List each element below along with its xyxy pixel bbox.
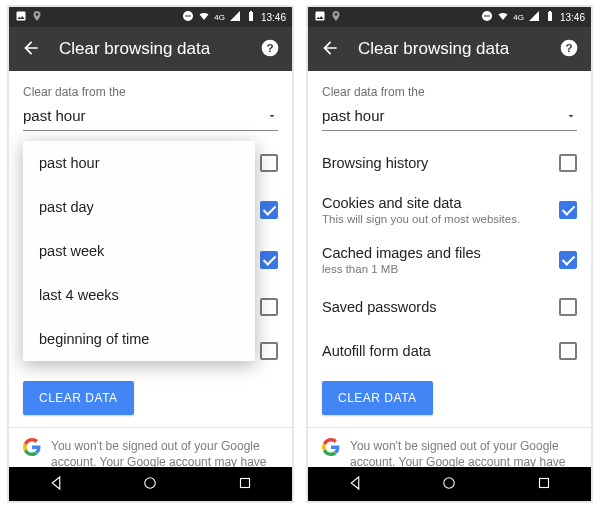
clear-data-button[interactable]: CLEAR DATA (322, 381, 433, 415)
clock: 13:46 (560, 12, 585, 23)
checkbox-autofill[interactable] (559, 342, 577, 360)
chevron-down-icon (266, 110, 278, 122)
location-icon (31, 10, 43, 24)
signal-icon (229, 10, 241, 24)
network-label: 4G (513, 13, 524, 22)
checkbox-passwords[interactable] (559, 298, 577, 316)
option-past-week[interactable]: past week (23, 229, 255, 273)
battery-icon (544, 10, 556, 24)
page-title: Clear browsing data (358, 39, 541, 59)
time-range-dropdown: past hour past day past week last 4 week… (23, 141, 255, 361)
time-range-label: Clear data from the (9, 71, 292, 103)
svg-rect-7 (484, 16, 490, 17)
image-icon (314, 10, 326, 24)
time-range-select[interactable]: past hour (322, 103, 577, 131)
svg-rect-5 (240, 478, 249, 487)
location-icon (330, 10, 342, 24)
nav-home[interactable] (440, 474, 458, 495)
option-beginning-of-time[interactable]: beginning of time (23, 317, 255, 361)
footer-note: You won't be signed out of your Google a… (308, 428, 591, 467)
nav-home[interactable] (141, 474, 159, 495)
google-logo-icon (23, 438, 41, 456)
svg-rect-11 (539, 478, 548, 487)
row-passwords[interactable]: Saved passwords (308, 285, 591, 329)
checkbox-passwords[interactable] (260, 298, 278, 316)
status-bar: 4G 13:46 (9, 7, 292, 27)
network-label: 4G (214, 13, 225, 22)
back-button[interactable] (21, 38, 41, 61)
status-bar: 4G 13:46 (308, 7, 591, 27)
dnd-icon (182, 10, 194, 24)
screen-left: 4G 13:46 Clear browsing data ? Clear dat… (8, 6, 293, 502)
help-button[interactable]: ? (559, 38, 579, 61)
checkbox-browsing[interactable] (260, 154, 278, 172)
row-cookies[interactable]: Cookies and site data This will sign you… (308, 185, 591, 235)
checkbox-cache[interactable] (260, 251, 278, 269)
option-last-4-weeks[interactable]: last 4 weeks (23, 273, 255, 317)
option-past-hour[interactable]: past hour (23, 141, 255, 185)
row-cache[interactable]: Cached images and files less than 1 MB (308, 235, 591, 285)
svg-text:?: ? (266, 41, 273, 54)
dnd-icon (481, 10, 493, 24)
app-bar: Clear browsing data ? (308, 27, 591, 71)
back-button[interactable] (320, 38, 340, 61)
screen-right: 4G 13:46 Clear browsing data ? Clear dat… (307, 6, 592, 502)
svg-point-4 (145, 477, 156, 488)
nav-back[interactable] (346, 474, 364, 495)
svg-point-10 (444, 477, 455, 488)
checkbox-cookies[interactable] (559, 201, 577, 219)
row-autofill[interactable]: Autofill form data (308, 329, 591, 373)
chevron-down-icon (565, 110, 577, 122)
wifi-icon (497, 10, 509, 24)
checkbox-cookies[interactable] (260, 201, 278, 219)
svg-text:?: ? (565, 41, 572, 54)
option-past-day[interactable]: past day (23, 185, 255, 229)
signal-icon (528, 10, 540, 24)
nav-recent[interactable] (535, 474, 553, 495)
image-icon (15, 10, 27, 24)
app-bar: Clear browsing data ? (9, 27, 292, 71)
checkbox-browsing[interactable] (559, 154, 577, 172)
page-title: Clear browsing data (59, 39, 242, 59)
android-nav-bar (9, 467, 292, 501)
time-range-label: Clear data from the (308, 71, 591, 103)
nav-recent[interactable] (236, 474, 254, 495)
svg-rect-1 (185, 16, 191, 17)
android-nav-bar (308, 467, 591, 501)
wifi-icon (198, 10, 210, 24)
clear-data-button[interactable]: CLEAR DATA (23, 381, 134, 415)
clock: 13:46 (261, 12, 286, 23)
checkbox-cache[interactable] (559, 251, 577, 269)
help-button[interactable]: ? (260, 38, 280, 61)
time-range-select[interactable]: past hour (23, 103, 278, 131)
battery-icon (245, 10, 257, 24)
google-logo-icon (322, 438, 340, 456)
row-browsing-history[interactable]: Browsing history (308, 141, 591, 185)
footer-note: You won't be signed out of your Google a… (9, 428, 292, 467)
nav-back[interactable] (47, 474, 65, 495)
checkbox-autofill[interactable] (260, 342, 278, 360)
